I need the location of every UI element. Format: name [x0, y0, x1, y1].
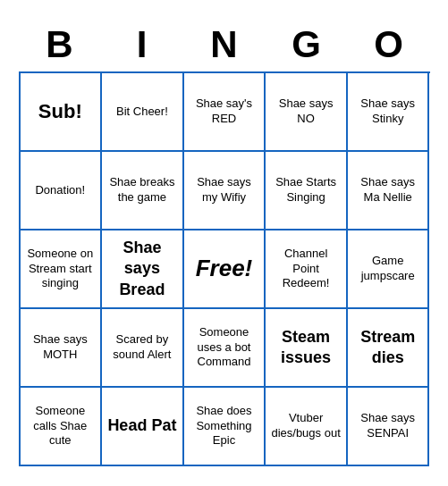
letter-n: N	[183, 20, 266, 70]
bingo-cell-22: Shae does Something Epic	[184, 388, 266, 466]
bingo-cell-0: Sub!	[21, 73, 103, 152]
letter-o: O	[348, 20, 430, 70]
bingo-header: B I N G O	[19, 20, 430, 70]
bingo-cell-2: Shae say's RED	[184, 73, 266, 152]
bingo-grid: Sub!Bit Cheer!Shae say's REDShae says NO…	[19, 71, 430, 466]
bingo-cell-8: Shae Starts Singing	[266, 152, 348, 230]
bingo-cell-11: Shae says Bread	[102, 230, 184, 309]
bingo-cell-17: Someone uses a bot Command	[184, 309, 266, 388]
bingo-cell-16: Scared by sound Alert	[102, 309, 184, 388]
bingo-cell-19: Stream dies	[348, 309, 430, 388]
bingo-cell-15: Shae says MOTH	[21, 309, 103, 388]
letter-b: B	[19, 20, 101, 70]
bingo-cell-6: Shae breaks the game	[102, 152, 184, 230]
bingo-cell-9: Shae says Ma Nellie	[348, 152, 430, 230]
bingo-cell-24: Shae says SENPAI	[348, 388, 430, 466]
bingo-cell-7: Shae says my Wifiy	[184, 152, 266, 230]
bingo-cell-13: Channel Point Redeem!	[266, 230, 348, 309]
bingo-cell-4: Shae says Stinky	[348, 73, 430, 152]
letter-g: G	[266, 20, 348, 70]
bingo-cell-5: Donation!	[21, 152, 103, 230]
bingo-cell-12: Free!	[184, 230, 266, 309]
letter-i: I	[101, 20, 183, 70]
bingo-cell-23: Vtuber dies/bugs out	[266, 388, 348, 466]
bingo-cell-18: Steam issues	[266, 309, 348, 388]
bingo-cell-1: Bit Cheer!	[102, 73, 184, 152]
bingo-cell-3: Shae says NO	[266, 73, 348, 152]
bingo-cell-21: Head Pat	[102, 388, 184, 466]
bingo-cell-10: Someone on Stream start singing	[21, 230, 103, 309]
bingo-cell-14: Game jumpscare	[348, 230, 430, 309]
bingo-card: B I N G O Sub!Bit Cheer!Shae say's REDSh…	[10, 11, 439, 475]
bingo-cell-20: Someone calls Shae cute	[21, 388, 103, 466]
